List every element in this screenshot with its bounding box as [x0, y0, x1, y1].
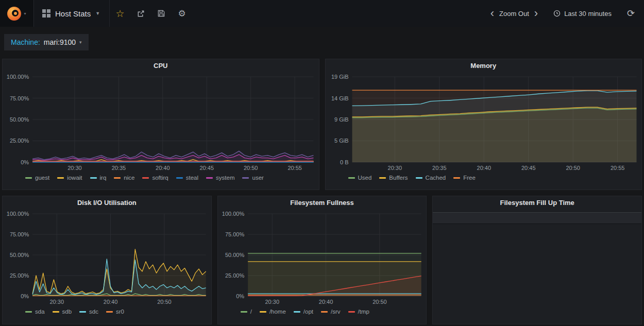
series-color-swatch	[453, 177, 460, 179]
svg-text:20:30: 20:30	[67, 165, 82, 171]
legend-item-guest[interactable]: guest	[25, 175, 49, 181]
panel-filesystem-fullness: Filesystem Fullness 0%25.00%50.00%75.00%…	[217, 196, 427, 324]
series-color-swatch	[79, 311, 86, 313]
dashboard-toolbar: ☆ ⚙	[110, 0, 192, 27]
panel-row-2: Disk I/O Utilisation 0%25.00%50.00%75.00…	[2, 196, 642, 324]
grafana-logo[interactable]: ▾	[0, 0, 34, 27]
svg-text:100.00%: 100.00%	[222, 211, 244, 217]
legend-item-user[interactable]: user	[242, 175, 263, 181]
svg-text:25.00%: 25.00%	[10, 272, 29, 279]
svg-text:75.00%: 75.00%	[10, 231, 29, 237]
legend-item-system[interactable]: system	[206, 175, 234, 181]
legend-item-srv[interactable]: /srv	[321, 308, 341, 315]
svg-text:20:40: 20:40	[319, 299, 333, 305]
legend-item-Cached[interactable]: Cached	[416, 175, 446, 181]
series-color-swatch	[142, 177, 149, 179]
legend-item-tmp[interactable]: /tmp	[348, 308, 369, 315]
svg-text:20:35: 20:35	[112, 165, 126, 171]
series-label: Buffers	[389, 175, 408, 181]
svg-text:75.00%: 75.00%	[225, 231, 244, 237]
variable-label: Machine:	[11, 38, 40, 46]
time-shift-forward-icon[interactable]: ›	[529, 8, 543, 19]
legend-item-opt[interactable]: /opt	[294, 308, 313, 315]
series-color-swatch	[114, 177, 121, 179]
series-label: /tmp	[358, 308, 369, 315]
svg-text:9 GiB: 9 GiB	[334, 116, 348, 123]
memory-chart[interactable]: 0 B5 GiB9 GiB14 GiB19 GiB20:3020:3520:40…	[326, 73, 642, 173]
panel-cpu: CPU 0%25.00%50.00%75.00%100.00%20:3020:3…	[2, 59, 319, 190]
svg-text:20:55: 20:55	[287, 165, 302, 171]
svg-text:25.00%: 25.00%	[10, 138, 29, 144]
series-color-swatch	[25, 177, 32, 179]
svg-text:20:35: 20:35	[432, 165, 447, 171]
chevron-down-icon: ▼	[95, 11, 100, 16]
legend-item-softirq[interactable]: softirq	[142, 175, 168, 181]
time-range-picker[interactable]: Last 30 minutes	[543, 10, 620, 18]
svg-text:0 B: 0 B	[340, 159, 349, 165]
zoom-out-button[interactable]: Zoom Out	[499, 10, 529, 18]
legend-item-home[interactable]: /home	[260, 308, 286, 315]
series-label: steal	[186, 175, 198, 181]
legend-item-Buffers[interactable]: Buffers	[379, 175, 408, 181]
chevron-down-icon: ▾	[79, 40, 82, 45]
svg-text:20:55: 20:55	[610, 165, 624, 171]
time-range-label: Last 30 minutes	[564, 10, 612, 18]
panel-row-1: CPU 0%25.00%50.00%75.00%100.00%20:3020:3…	[2, 59, 642, 190]
refresh-icon[interactable]: ⟳	[620, 8, 639, 19]
settings-gear-icon[interactable]: ⚙	[172, 0, 192, 27]
svg-text:100.00%: 100.00%	[7, 74, 29, 80]
panel-title-filesystem-fullness[interactable]: Filesystem Fullness	[218, 196, 427, 210]
machine-variable-dropdown[interactable]: Machine: mari:9100 ▾	[4, 34, 89, 50]
legend-item-sdc[interactable]: sdc	[79, 308, 98, 315]
series-color-swatch	[241, 311, 247, 313]
save-icon[interactable]	[151, 0, 172, 27]
svg-text:25.00%: 25.00%	[225, 272, 244, 279]
series-label: /home	[269, 308, 286, 315]
clock-icon	[553, 10, 561, 17]
dashboard-title-menu[interactable]: Host Stats ▼	[34, 0, 110, 27]
filesystem-fullness-chart[interactable]: 0%25.00%50.00%75.00%100.00%20:3020:4020:…	[218, 210, 427, 306]
panel-disk-io: Disk I/O Utilisation 0%25.00%50.00%75.00…	[2, 196, 212, 324]
svg-text:0%: 0%	[21, 293, 29, 299]
legend-item-sr0[interactable]: sr0	[106, 308, 124, 315]
legend-item-sda[interactable]: sda	[25, 308, 45, 315]
svg-text:20:50: 20:50	[157, 299, 172, 305]
svg-text:20:30: 20:30	[387, 165, 402, 171]
disk-io-chart[interactable]: 0%25.00%50.00%75.00%100.00%20:3020:4020:…	[3, 210, 211, 306]
svg-text:20:30: 20:30	[50, 299, 64, 305]
time-controls: ‹ Zoom Out › Last 30 minutes ⟳	[485, 0, 644, 27]
dashboard-title: Host Stats	[55, 9, 91, 18]
cpu-chart[interactable]: 0%25.00%50.00%75.00%100.00%20:3020:3520:…	[3, 73, 319, 173]
panel-filesystem-fill-up-time: Filesystem Fill Up Time	[432, 196, 642, 324]
star-icon[interactable]: ☆	[110, 0, 130, 27]
panel-memory: Memory 0 B5 GiB9 GiB14 GiB19 GiB20:3020:…	[325, 59, 642, 190]
svg-text:0%: 0%	[236, 293, 244, 299]
series-label: sda	[35, 308, 45, 315]
series-color-swatch	[106, 311, 113, 313]
legend-item-nice[interactable]: nice	[114, 175, 134, 181]
panel-title-memory[interactable]: Memory	[326, 59, 642, 73]
panel-title-filesystem-fill-up-time[interactable]: Filesystem Fill Up Time	[433, 196, 641, 210]
series-label: user	[252, 175, 263, 181]
series-label: sr0	[116, 308, 124, 315]
share-icon[interactable]	[130, 0, 151, 27]
time-shift-back-icon[interactable]: ‹	[485, 8, 499, 19]
legend-item-irq[interactable]: irq	[90, 175, 107, 181]
svg-text:20:45: 20:45	[521, 165, 536, 171]
series-label: iowait	[67, 175, 82, 181]
series-label: sdc	[89, 308, 98, 315]
legend-item-Used[interactable]: Used	[348, 175, 372, 181]
svg-text:50.00%: 50.00%	[10, 252, 29, 258]
legend-item-steal[interactable]: steal	[176, 175, 198, 181]
panel-title-disk-io[interactable]: Disk I/O Utilisation	[3, 196, 211, 210]
svg-text:20:40: 20:40	[477, 165, 491, 171]
series-color-swatch	[242, 177, 249, 179]
svg-text:5 GiB: 5 GiB	[334, 138, 348, 144]
series-label: system	[216, 175, 234, 181]
panel-title-cpu[interactable]: CPU	[3, 59, 319, 73]
legend-item-iowait[interactable]: iowait	[57, 175, 82, 181]
legend-item-sdb[interactable]: sdb	[53, 308, 72, 315]
legend-item-Free[interactable]: Free	[453, 175, 476, 181]
svg-text:75.00%: 75.00%	[10, 95, 29, 101]
legend-item-[interactable]: /	[241, 308, 252, 315]
